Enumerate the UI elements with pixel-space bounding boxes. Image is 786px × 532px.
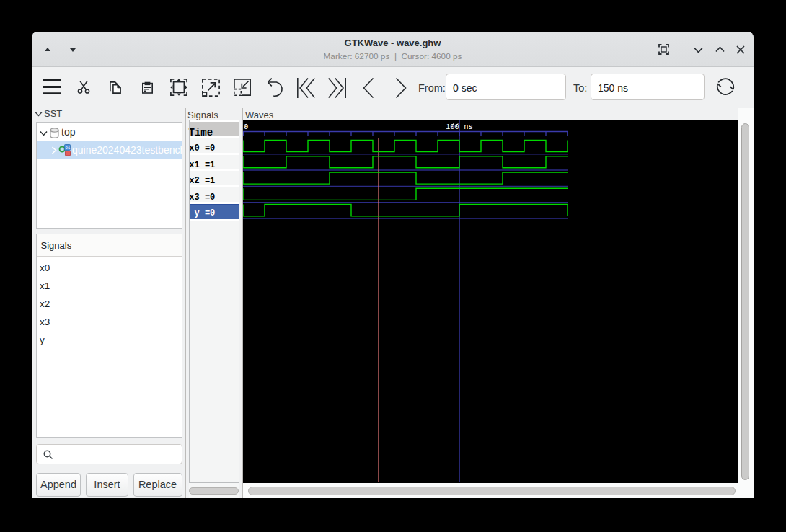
svg-text:01: 01 bbox=[65, 146, 70, 151]
svg-text:0: 0 bbox=[244, 123, 248, 131]
svg-text:100 ns: 100 ns bbox=[446, 123, 473, 131]
